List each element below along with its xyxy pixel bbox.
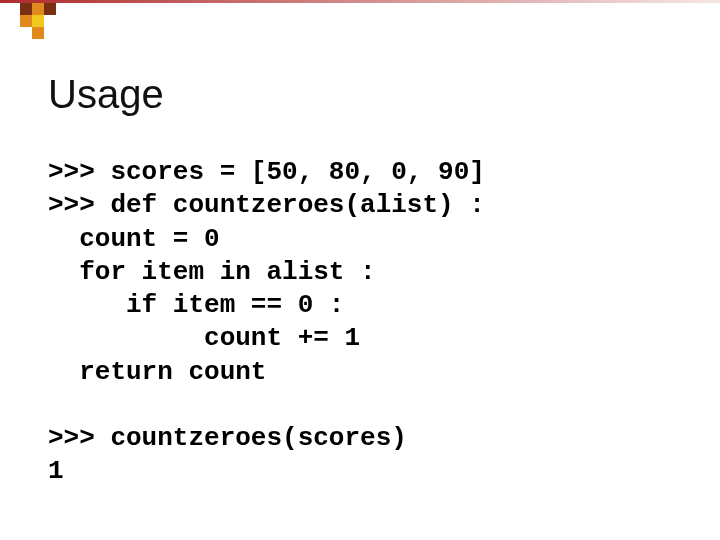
top-bar [0,0,720,12]
code-line: >>> countzeroes(scores) [48,423,407,453]
pixel-icon [32,27,44,39]
slide: Usage >>> scores = [50, 80, 0, 90] >>> d… [0,0,720,540]
top-gradient-line [0,0,720,3]
code-line: if item == 0 : [48,290,344,320]
code-line: count += 1 [48,323,360,353]
code-block: >>> scores = [50, 80, 0, 90] >>> def cou… [48,156,672,489]
code-line: return count [48,357,266,387]
code-line: count = 0 [48,224,220,254]
pixel-icon [32,15,44,27]
code-line: 1 [48,456,64,486]
pixel-icon [20,3,32,15]
pixel-icon [44,3,56,15]
slide-title: Usage [48,72,164,117]
code-line: >>> scores = [50, 80, 0, 90] [48,157,485,187]
pixel-icon [20,15,32,27]
code-line: for item in alist : [48,257,376,287]
pixel-icon [32,3,44,15]
code-line: >>> def countzeroes(alist) : [48,190,485,220]
